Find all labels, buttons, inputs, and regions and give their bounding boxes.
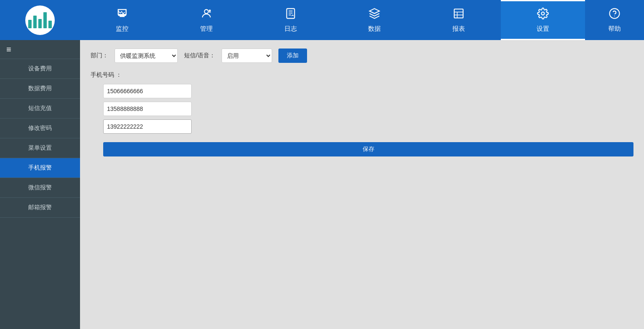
phone-inputs: 保存: [103, 84, 633, 156]
logo-area: [0, 0, 80, 40]
monitor-icon: [116, 8, 128, 22]
logo-bar-1: [28, 20, 32, 28]
phone-input-3[interactable]: [103, 119, 192, 134]
sidebar-item-email-alarm[interactable]: 邮箱报警: [0, 198, 80, 218]
nav-item-help[interactable]: 帮助: [585, 0, 644, 40]
log-icon: [285, 8, 297, 22]
report-icon: [453, 8, 465, 22]
save-button[interactable]: 保存: [103, 142, 633, 156]
sms-label: 短信/语音：: [184, 52, 215, 59]
nav-label-monitor: 监控: [116, 25, 128, 33]
top-navigation: 监控 管理 日志 数据 报表: [0, 0, 644, 40]
logo-bar-2: [33, 16, 37, 28]
sidebar-item-data-fee[interactable]: 数据费用: [0, 79, 80, 99]
sidebar-item-change-pwd[interactable]: 修改密码: [0, 119, 80, 138]
sidebar: ≡ 设备费用 数据费用 短信充值 修改密码 菜单设置 手机报警 微信报警 邮箱报…: [0, 40, 80, 329]
nav-label-log: 日志: [284, 25, 297, 33]
sidebar-item-wechat-alarm[interactable]: 微信报警: [0, 178, 80, 198]
logo-bars: [28, 12, 52, 28]
manage-icon: [200, 8, 212, 22]
svg-point-11: [609, 8, 619, 18]
filter-row: 部门： 供暖监测系统 短信/语音： 启用 禁用 添加: [91, 49, 633, 63]
logo: [25, 5, 55, 35]
add-button[interactable]: 添加: [278, 49, 307, 63]
nav-label-manage: 管理: [200, 25, 213, 33]
svg-rect-2: [286, 8, 294, 18]
sidebar-item-phone-alarm[interactable]: 手机报警: [0, 158, 80, 178]
svg-point-0: [204, 9, 208, 13]
nav-item-report[interactable]: 报表: [417, 0, 501, 40]
svg-point-12: [614, 15, 615, 16]
data-icon: [369, 8, 380, 22]
svg-rect-6: [454, 9, 463, 18]
nav-items: 监控 管理 日志 数据 报表: [80, 0, 585, 40]
phone-section: 手机号码 ： 保存: [91, 71, 633, 156]
sidebar-item-sms-topup[interactable]: 短信充值: [0, 99, 80, 119]
svg-point-1: [209, 9, 211, 11]
sms-select[interactable]: 启用 禁用: [222, 49, 272, 63]
phone-label: 手机号码 ：: [91, 71, 633, 79]
nav-label-data: 数据: [368, 25, 381, 33]
nav-label-settings: 设置: [537, 25, 549, 33]
nav-item-monitor[interactable]: 监控: [80, 0, 164, 40]
main-layout: ≡ 设备费用 数据费用 短信充值 修改密码 菜单设置 手机报警 微信报警 邮箱报…: [0, 40, 644, 329]
nav-item-data[interactable]: 数据: [332, 0, 417, 40]
nav-item-settings[interactable]: 设置: [501, 0, 585, 40]
sidebar-item-menu-settings[interactable]: 菜单设置: [0, 138, 80, 158]
phone-input-2[interactable]: [103, 102, 192, 116]
dept-label: 部门：: [91, 52, 108, 59]
sidebar-item-device-fee[interactable]: 设备费用: [0, 59, 80, 79]
help-icon: [609, 8, 620, 22]
logo-bar-5: [48, 21, 52, 28]
sidebar-header: ≡: [0, 40, 80, 59]
nav-item-log[interactable]: 日志: [249, 0, 333, 40]
logo-bar-3: [38, 19, 42, 28]
logo-bar-4: [43, 12, 47, 28]
svg-point-10: [542, 12, 545, 15]
settings-icon: [537, 8, 549, 22]
nav-label-help: 帮助: [608, 25, 621, 33]
nav-item-manage[interactable]: 管理: [164, 0, 249, 40]
hamburger-icon[interactable]: ≡: [6, 45, 11, 54]
nav-label-report: 报表: [452, 25, 465, 33]
dept-select[interactable]: 供暖监测系统: [115, 49, 178, 63]
phone-input-1[interactable]: [103, 84, 192, 98]
content-area: 部门： 供暖监测系统 短信/语音： 启用 禁用 添加 手机号码 ： 保存: [80, 40, 644, 329]
